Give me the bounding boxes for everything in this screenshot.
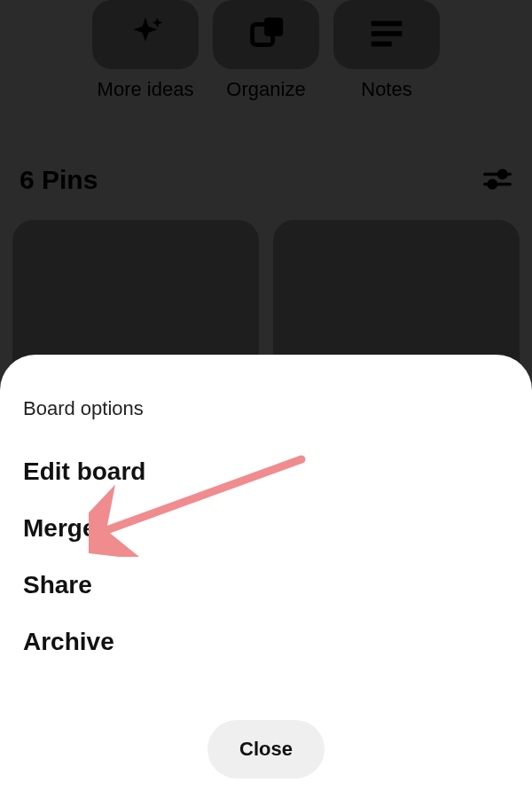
merge-option[interactable]: Merge	[23, 500, 509, 557]
board-options-sheet: Board options Edit board Merge Share Arc…	[0, 355, 532, 798]
close-wrap: Close	[0, 720, 532, 778]
sheet-title: Board options	[23, 397, 509, 420]
close-button[interactable]: Close	[207, 720, 325, 778]
share-option[interactable]: Share	[23, 557, 509, 614]
archive-option[interactable]: Archive	[23, 614, 509, 670]
edit-board-option[interactable]: Edit board	[23, 443, 509, 500]
